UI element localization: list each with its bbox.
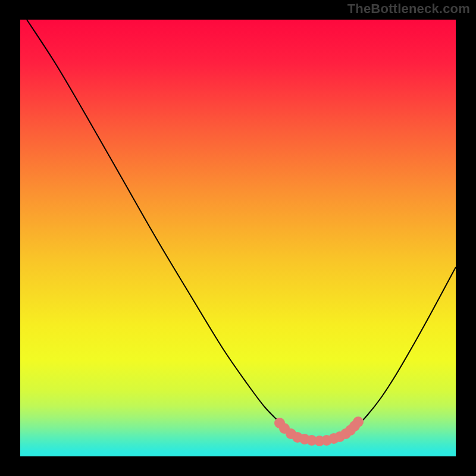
marker-dot: [353, 416, 364, 427]
marker-layer: [20, 20, 456, 456]
chart-stage: TheBottleneck.com: [0, 0, 476, 476]
highlighted-segment: [274, 416, 364, 446]
attribution-text: TheBottleneck.com: [347, 2, 470, 15]
